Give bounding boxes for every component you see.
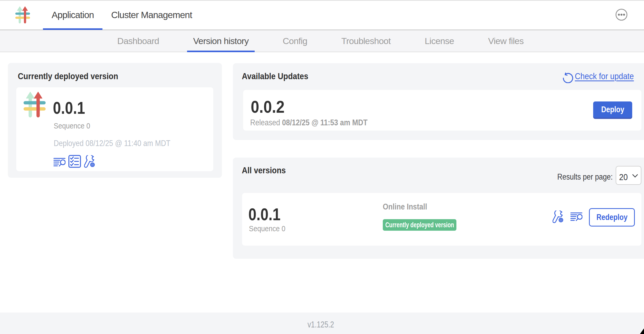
- config-wrench-icon[interactable]: [553, 211, 564, 223]
- app-version-label: v1.125.2: [307, 320, 334, 329]
- tab-label: Troubleshoot: [341, 36, 391, 46]
- diff-icon[interactable]: [53, 158, 66, 166]
- results-per-page-select[interactable]: 20: [616, 166, 641, 185]
- version-row: 0.0.1 Sequence 0 Online Install Currentl…: [242, 193, 641, 246]
- nav-tab-application[interactable]: Application: [43, 0, 102, 30]
- available-updates-card: Available Updates Check for update 0.0.2…: [233, 63, 644, 140]
- tab-dashboard[interactable]: Dashboard: [111, 30, 165, 52]
- released-label: Released: [250, 118, 280, 127]
- chevron-down-icon: [632, 174, 638, 178]
- header-nav: Application Cluster Management: [43, 0, 201, 30]
- results-per-page-value: 20: [619, 173, 628, 181]
- nav-tab-cluster-management[interactable]: Cluster Management: [102, 0, 201, 30]
- deployed-version-number: 0.0.1: [53, 100, 85, 117]
- row-install-type: Online Install: [383, 203, 427, 211]
- config-wrench-icon[interactable]: [84, 155, 96, 168]
- deploy-label: Deploy: [601, 105, 624, 114]
- nav-tab-label: Cluster Management: [111, 10, 192, 20]
- app-logo-icon: [15, 6, 30, 24]
- update-row: 0.0.2 Released 08/12/25 @ 11:53 am MDT D…: [243, 90, 641, 131]
- nav-tab-label: Application: [52, 10, 94, 20]
- results-per-page-label: Results per page:: [557, 173, 613, 181]
- footer: v1.125.2: [0, 313, 644, 334]
- tab-label: License: [425, 36, 454, 46]
- app-subnav: Dashboard Version history Config Trouble…: [0, 30, 644, 52]
- tab-config[interactable]: Config: [277, 30, 313, 52]
- preflight-checklist-icon[interactable]: [68, 155, 81, 168]
- badge-label: Currently deployed version: [385, 221, 454, 229]
- tab-label: View files: [488, 36, 524, 46]
- deployed-timestamp: Deployed 08/12/25 @ 11:40 am MDT: [54, 139, 170, 147]
- window-top-edge: [0, 0, 644, 1]
- app-version: v1.125.2: [0, 320, 643, 329]
- deployed-sequence: Sequence 0: [54, 122, 90, 130]
- redeploy-label: Redeploy: [596, 213, 627, 222]
- tab-view-files[interactable]: View files: [482, 30, 530, 52]
- currently-deployed-card: Currently deployed version 0.0.1 Sequenc…: [8, 63, 222, 178]
- tab-version-history[interactable]: Version history: [187, 30, 255, 52]
- diff-icon[interactable]: [570, 212, 582, 221]
- deployed-version-panel: 0.0.1 Sequence 0 Deployed 08/12/25 @ 11:…: [16, 87, 213, 171]
- updates-card-title: Available Updates: [242, 72, 308, 80]
- mouse-cursor: [638, 327, 644, 334]
- all-versions-title: All versions: [242, 166, 286, 175]
- update-released-line: Released 08/12/25 @ 11:53 am MDT: [250, 118, 368, 127]
- tab-label: Version history: [193, 36, 249, 46]
- app-logo-icon: [24, 92, 46, 118]
- released-date: 08/12/25 @ 11:53 am MDT: [282, 118, 367, 127]
- tab-label: Config: [283, 36, 307, 46]
- row-version-number: 0.0.1: [248, 206, 281, 223]
- row-sequence: Sequence 0: [249, 225, 285, 233]
- update-version-number: 0.0.2: [251, 99, 285, 116]
- check-for-update-link[interactable]: Check for update: [575, 72, 634, 80]
- deployed-card-title: Currently deployed version: [18, 72, 118, 80]
- all-versions-card: All versions Results per page: 20 0.0.1 …: [233, 158, 644, 259]
- tab-license[interactable]: License: [419, 30, 460, 52]
- overflow-menu-button[interactable]: [615, 9, 627, 21]
- header: Application Cluster Management: [0, 0, 644, 30]
- tab-troubleshoot[interactable]: Troubleshoot: [335, 30, 397, 52]
- refresh-icon: [563, 73, 573, 83]
- tab-label: Dashboard: [117, 36, 159, 46]
- deploy-button[interactable]: Deploy: [593, 101, 632, 118]
- redeploy-button[interactable]: Redeploy: [589, 208, 635, 227]
- currently-deployed-badge: Currently deployed version: [383, 219, 456, 231]
